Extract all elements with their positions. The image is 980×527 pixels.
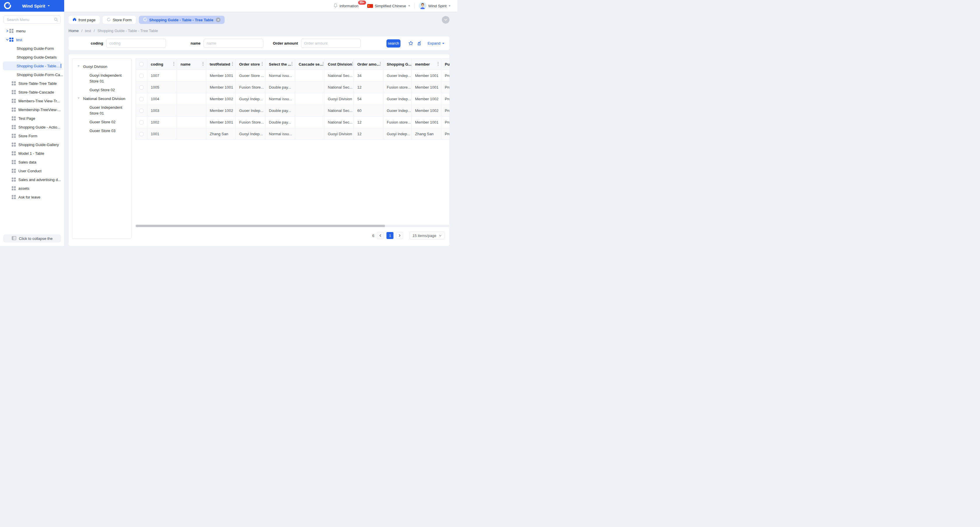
sidebar-item-test-page[interactable]: Test Page xyxy=(3,114,61,123)
chevron-down-icon[interactable] xyxy=(5,38,10,41)
column-header-coding[interactable]: coding xyxy=(147,58,177,70)
clear-broom-icon[interactable] xyxy=(417,41,422,46)
column-header-cascade-se[interactable]: Cascade se... xyxy=(295,58,325,70)
breadcrumb-test[interactable]: test xyxy=(85,29,91,33)
column-menu-dots-icon[interactable] xyxy=(173,62,174,67)
table-row[interactable]: 1003Member 1002Guoer Indep...Double pay.… xyxy=(135,105,449,117)
sidebar-item-sales-and-advertising-d[interactable]: Sales and advertising d... xyxy=(3,175,61,184)
tree-leaf-guoer-store-03[interactable]: Guoer Store 03 xyxy=(75,127,129,135)
sidebar-item-menu[interactable]: menu xyxy=(3,27,61,35)
sidebar-item-store-form[interactable]: Store Form xyxy=(3,132,61,140)
notifications-button[interactable]: information 99+ xyxy=(333,3,358,9)
table-cell: Normal issu... xyxy=(266,70,295,82)
column-header-cost-division[interactable]: Cost Division xyxy=(325,58,354,70)
sidebar-item-store-table-tree-table[interactable]: Store-Table-Tree Table xyxy=(3,79,61,88)
row-checkbox[interactable] xyxy=(139,97,143,101)
sidebar-item-model-1-table[interactable]: Model 1 - Table xyxy=(3,149,61,158)
name-input[interactable] xyxy=(204,39,263,48)
sidebar-item-label: Store Form xyxy=(18,134,37,138)
sidebar-collapse-button[interactable]: Click to collapse the xyxy=(3,234,61,243)
tab-front-page[interactable]: front page xyxy=(68,16,100,24)
table-cell: Pro xyxy=(441,93,449,105)
sidebar-item-membership-treeview[interactable]: Membership-TreeView-... xyxy=(3,105,61,114)
tree-leaf-guoer-independent-store-01[interactable]: Guoer Independent Store 01 xyxy=(75,103,129,118)
language-selector[interactable]: ★ Simplified Chinese ▼ xyxy=(367,4,410,8)
user-menu[interactable]: Wind Spirit ▼ xyxy=(419,2,451,10)
sidebar-item-shopping-guide-form-ca[interactable]: Shopping Guide-Form-Ca... xyxy=(3,70,61,79)
column-header-select-the[interactable]: Select the ... xyxy=(266,58,295,70)
search-button[interactable]: search xyxy=(387,39,401,48)
horizontal-scrollbar[interactable] xyxy=(135,225,449,227)
row-checkbox[interactable] xyxy=(139,74,143,78)
column-menu-dots-icon[interactable] xyxy=(232,62,233,67)
tab-store-form[interactable]: Store Form xyxy=(103,16,136,24)
app-title-chevron-down-icon[interactable] xyxy=(47,4,50,8)
sidebar-item-user-conduct[interactable]: User Conduct xyxy=(3,167,61,175)
table-row[interactable]: 1004Member 1002Guoyi Indep...Normal issu… xyxy=(135,93,449,105)
column-header-order-amo[interactable]: Order amo... xyxy=(354,58,383,70)
sidebar-item-sales-data[interactable]: Sales data xyxy=(3,158,61,167)
column-header-testrelated[interactable]: testRelated xyxy=(206,58,235,70)
table-cell: 1007 xyxy=(147,70,177,82)
expand-toggle[interactable]: Expand xyxy=(428,41,445,46)
column-header-pu[interactable]: Pu xyxy=(441,58,449,70)
page-size-select[interactable]: 15 items/page xyxy=(409,232,445,239)
column-header-order-store[interactable]: Order store xyxy=(235,58,266,70)
table-cell xyxy=(177,82,206,93)
tree-leaf-guoyi-store-02[interactable]: Guoyi Store 02 xyxy=(75,86,129,94)
column-header-label: coding xyxy=(151,62,163,67)
sidebar-item-ask-for-leave[interactable]: Ask for leave xyxy=(3,193,61,202)
chevron-right-icon[interactable] xyxy=(5,29,10,32)
tab-close-icon[interactable]: ✕ xyxy=(216,17,221,22)
scrollbar-thumb[interactable] xyxy=(135,225,385,227)
sidebar-item-shopping-guide-gallery[interactable]: Shopping Guide-Gallery xyxy=(3,140,61,149)
tree-node-guoyi-division[interactable]: Guoyi Division xyxy=(75,62,129,71)
breadcrumb-home[interactable]: Home xyxy=(68,29,79,33)
column-header-name[interactable]: name xyxy=(177,58,206,70)
table-cell: National Sec... xyxy=(325,70,354,82)
menu-search-input[interactable] xyxy=(3,16,60,24)
sidebar-item-assets[interactable]: assets xyxy=(3,184,61,193)
column-menu-dots-icon[interactable] xyxy=(352,62,353,67)
tab-list-dropdown-button[interactable] xyxy=(442,16,449,24)
column-menu-dots-icon[interactable] xyxy=(323,62,324,67)
column-menu-dots-icon[interactable] xyxy=(438,62,439,67)
column-header-shopping-g[interactable]: Shopping G... xyxy=(383,58,412,70)
table-row[interactable]: 1007Member 1001Guoer Store ...Normal iss… xyxy=(135,70,449,82)
tree-caret-down-icon[interactable] xyxy=(77,64,80,67)
tree-leaf-guoyi-independent-store-01[interactable]: Guoyi Independent Store 01 xyxy=(75,71,129,86)
row-checkbox[interactable] xyxy=(139,121,143,124)
favorite-star-icon[interactable] xyxy=(408,41,413,46)
table-row[interactable]: 1005Member 1001Fusion Store...Double pay… xyxy=(135,82,449,93)
table-row[interactable]: 1001Zhang SanGuoyi Indep...Normal issu..… xyxy=(135,128,449,140)
next-page-button[interactable] xyxy=(396,232,403,239)
column-header-member[interactable]: member xyxy=(412,58,441,70)
tree-node-national-second-division[interactable]: National Second Division xyxy=(75,94,129,103)
sidebar-item-shopping-guide-actio[interactable]: Shopping Guide - Actio... xyxy=(3,123,61,132)
select-all-checkbox[interactable] xyxy=(139,62,143,66)
sidebar-item-shopping-guide-form[interactable]: Shopping Guide-Form xyxy=(3,44,61,53)
row-checkbox[interactable] xyxy=(139,109,143,113)
filter-bar: coding name Order amount search xyxy=(68,37,449,50)
sidebar-item-shopping-guide-table[interactable]: Shopping Guide - Table - ... xyxy=(3,62,61,70)
sidebar-item-members-tree-view-tr[interactable]: Members-Tree View-Tr... xyxy=(3,97,61,105)
tree-caret-down-icon[interactable] xyxy=(77,96,80,99)
column-menu-dots-icon[interactable] xyxy=(262,62,263,67)
tree-leaf-guoer-store-02[interactable]: Guoer Store 02 xyxy=(75,118,129,127)
table-cell: Guoer Indep... xyxy=(383,105,412,117)
tab-shopping-guide-tree-table[interactable]: Shopping Guide - Table - Tree Table ✕ xyxy=(139,16,225,24)
coding-input[interactable] xyxy=(106,39,166,48)
prev-page-button[interactable] xyxy=(377,232,384,239)
order-amount-input[interactable] xyxy=(301,39,361,48)
table-row[interactable]: 1002Member 1001Fusion Store...Double pay… xyxy=(135,117,449,128)
column-menu-dots-icon[interactable] xyxy=(380,62,381,67)
row-select-cell xyxy=(135,70,147,82)
row-checkbox[interactable] xyxy=(139,132,143,136)
row-checkbox[interactable] xyxy=(139,86,143,89)
current-page-button[interactable]: 1 xyxy=(387,232,393,239)
sidebar-item-test[interactable]: test xyxy=(3,35,61,44)
column-menu-dots-icon[interactable] xyxy=(291,62,293,67)
column-menu-dots-icon[interactable] xyxy=(202,62,204,67)
sidebar-item-shopping-guide-details[interactable]: Shopping Guide-Details xyxy=(3,53,61,62)
sidebar-item-store-table-cascade[interactable]: Store-Table-Cascade xyxy=(3,88,61,97)
